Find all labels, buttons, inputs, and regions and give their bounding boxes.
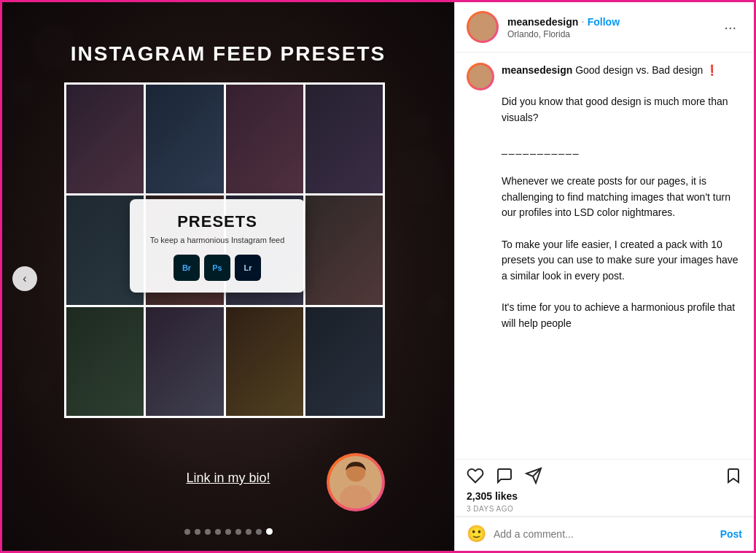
like-button[interactable]	[467, 467, 484, 484]
caption-divider: ___________	[502, 143, 580, 155]
bookmark-icon	[725, 467, 742, 484]
prev-arrow[interactable]: ‹	[12, 266, 37, 291]
emoji-button[interactable]: 🙂	[467, 525, 486, 544]
card-heading: PRESETS	[141, 212, 293, 231]
caption-avatar[interactable]	[467, 63, 494, 90]
dot-7[interactable]	[246, 529, 252, 535]
link-bio-text: Link in my bio!	[2, 471, 454, 486]
dot-6[interactable]	[235, 529, 241, 535]
post-image-panel: INSTAGRAM FEED PRESETS PRESETS To keep a…	[2, 2, 454, 553]
right-panel: meansedesign · Follow Orlando, Florida ·…	[454, 2, 754, 551]
grid-cell	[226, 85, 303, 193]
comment-icon	[496, 467, 513, 484]
save-button[interactable]	[725, 467, 742, 484]
avatar-silhouette	[330, 456, 382, 508]
grid-cell	[305, 85, 383, 193]
caption-para4: It's time for you to achieve a harmoniou…	[502, 301, 735, 329]
caption-para2: Whenever we create posts for our pages, …	[502, 175, 730, 218]
caption-avatar-inner	[469, 65, 492, 88]
header-info: meansedesign · Follow Orlando, Florida	[507, 15, 718, 39]
time-ago: 3 DAYS AGO	[467, 505, 742, 513]
follow-button[interactable]: Follow	[588, 16, 620, 28]
post-title: INSTAGRAM FEED PRESETS	[2, 42, 454, 66]
card-subtitle: To keep a harmonious Instagram feed	[141, 236, 293, 244]
slide-indicators	[2, 528, 454, 535]
photoshop-badge: Ps	[204, 255, 230, 281]
presets-card: PRESETS To keep a harmonious Instagram f…	[130, 199, 305, 293]
dot-5[interactable]	[225, 529, 231, 535]
caption-para1: Did you know that good design is much mo…	[502, 96, 728, 123]
grid-cell	[305, 307, 383, 416]
presenter-avatar	[327, 453, 385, 511]
post-header: meansedesign · Follow Orlando, Florida ·…	[455, 2, 754, 53]
share-button[interactable]	[525, 467, 542, 484]
lightroom-badge: Lr	[235, 255, 261, 281]
grid-cell	[146, 85, 223, 193]
comment-button[interactable]	[496, 467, 513, 484]
comment-input[interactable]	[494, 528, 713, 540]
bridge-badge: Br	[174, 255, 200, 281]
dot-1[interactable]	[184, 529, 190, 535]
svg-point-1	[340, 485, 372, 508]
heart-icon	[467, 467, 484, 484]
header-username[interactable]: meansedesign	[507, 16, 578, 28]
caption-bold-text: Good design vs. Bad design ❗	[575, 64, 718, 76]
software-badges: Br Ps Lr	[141, 255, 293, 281]
actions-bar: 2,305 likes 3 DAYS AGO	[455, 460, 754, 517]
header-avatar[interactable]	[467, 11, 499, 43]
comment-bar: 🙂 Post	[455, 517, 754, 551]
avatar-person	[330, 456, 382, 508]
grid-cell	[305, 196, 383, 304]
header-separator: ·	[581, 15, 584, 28]
dot-4[interactable]	[215, 529, 221, 535]
action-icons-row	[467, 467, 742, 484]
caption-para3: To make your life easier, I created a pa…	[502, 239, 739, 282]
header-location: Orlando, Florida	[507, 29, 718, 39]
caption-row: meansedesign Good design vs. Bad design …	[467, 63, 742, 332]
share-icon	[525, 467, 542, 484]
grid-cell	[66, 307, 144, 416]
grid-cell	[146, 307, 223, 416]
more-options-button[interactable]: ···	[718, 16, 742, 39]
caption-username[interactable]: meansedesign	[502, 64, 572, 76]
post-comment-button[interactable]: Post	[720, 528, 742, 540]
dot-8[interactable]	[256, 529, 262, 535]
header-avatar-inner	[469, 13, 496, 41]
caption-text: meansedesign Good design vs. Bad design …	[502, 63, 742, 332]
dot-3[interactable]	[205, 529, 211, 535]
dot-9[interactable]	[266, 528, 273, 535]
grid-cell	[66, 85, 144, 193]
dot-2[interactable]	[195, 529, 200, 535]
likes-count: 2,305 likes	[467, 490, 742, 502]
caption-area: meansedesign Good design vs. Bad design …	[455, 53, 754, 460]
grid-cell	[226, 307, 303, 416]
